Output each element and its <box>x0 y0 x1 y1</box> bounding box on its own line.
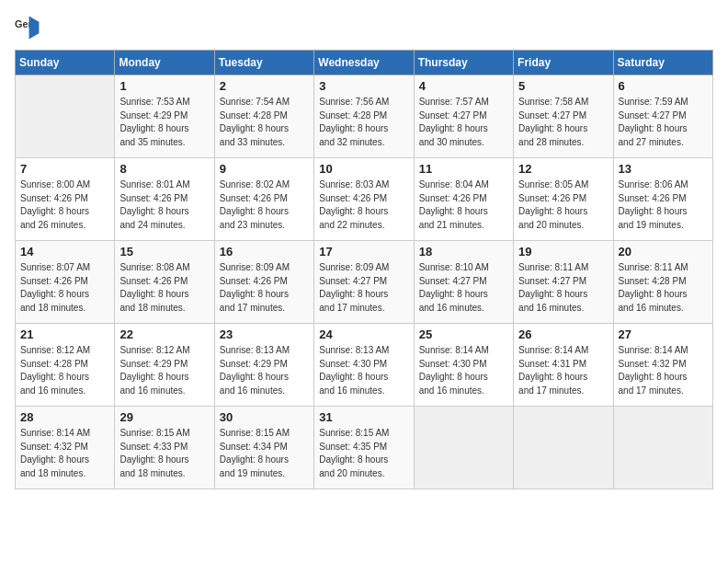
logo: Gen <box>15 15 44 40</box>
calendar-week-5: 28Sunrise: 8:14 AMSunset: 4:32 PMDayligh… <box>16 407 713 489</box>
calendar-cell: 15Sunrise: 8:08 AMSunset: 4:26 PMDayligh… <box>115 241 214 324</box>
day-number: 28 <box>20 410 109 424</box>
day-info: Sunrise: 8:03 AMSunset: 4:26 PMDaylight:… <box>319 178 408 232</box>
day-info: Sunrise: 8:14 AMSunset: 4:32 PMDaylight:… <box>20 427 109 480</box>
calendar-cell: 20Sunrise: 8:11 AMSunset: 4:28 PMDayligh… <box>613 241 712 324</box>
calendar-cell: 9Sunrise: 8:02 AMSunset: 4:26 PMDaylight… <box>214 158 313 241</box>
day-info: Sunrise: 8:08 AMSunset: 4:26 PMDaylight:… <box>119 261 209 315</box>
calendar-cell <box>613 407 712 489</box>
day-number: 16 <box>220 245 309 259</box>
calendar-cell: 13Sunrise: 8:06 AMSunset: 4:26 PMDayligh… <box>613 158 712 241</box>
day-number: 18 <box>419 245 508 259</box>
calendar-cell: 10Sunrise: 8:03 AMSunset: 4:26 PMDayligh… <box>314 158 414 241</box>
calendar-cell: 28Sunrise: 8:14 AMSunset: 4:32 PMDayligh… <box>16 407 115 489</box>
day-number: 8 <box>119 162 209 176</box>
day-number: 25 <box>419 327 508 341</box>
day-info: Sunrise: 8:15 AMSunset: 4:33 PMDaylight:… <box>119 427 209 480</box>
day-info: Sunrise: 8:10 AMSunset: 4:27 PMDaylight:… <box>419 261 508 315</box>
day-info: Sunrise: 8:00 AMSunset: 4:26 PMDaylight:… <box>20 178 109 232</box>
day-info: Sunrise: 8:14 AMSunset: 4:31 PMDaylight:… <box>518 344 608 397</box>
calendar-cell: 31Sunrise: 8:15 AMSunset: 4:35 PMDayligh… <box>314 407 414 489</box>
day-number: 4 <box>419 79 508 93</box>
svg-marker-1 <box>29 17 40 40</box>
day-number: 11 <box>419 162 508 176</box>
calendar-cell: 8Sunrise: 8:01 AMSunset: 4:26 PMDaylight… <box>115 158 214 241</box>
calendar-cell: 22Sunrise: 8:12 AMSunset: 4:29 PMDayligh… <box>115 324 214 407</box>
page-header: Gen <box>15 15 713 40</box>
calendar-cell: 26Sunrise: 8:14 AMSunset: 4:31 PMDayligh… <box>514 324 613 407</box>
day-number: 1 <box>119 79 209 93</box>
day-number: 6 <box>619 79 708 93</box>
calendar-cell: 14Sunrise: 8:07 AMSunset: 4:26 PMDayligh… <box>16 241 115 324</box>
calendar-cell: 4Sunrise: 7:57 AMSunset: 4:27 PMDaylight… <box>414 75 513 158</box>
day-number: 19 <box>518 245 608 259</box>
header-wednesday: Wednesday <box>314 51 414 75</box>
day-number: 26 <box>518 327 608 341</box>
day-number: 20 <box>619 245 708 259</box>
day-number: 3 <box>319 79 408 93</box>
calendar-cell: 1Sunrise: 7:53 AMSunset: 4:29 PMDaylight… <box>115 75 214 158</box>
calendar-cell: 6Sunrise: 7:59 AMSunset: 4:27 PMDaylight… <box>613 75 712 158</box>
day-info: Sunrise: 8:02 AMSunset: 4:26 PMDaylight:… <box>220 178 309 232</box>
calendar-cell: 29Sunrise: 8:15 AMSunset: 4:33 PMDayligh… <box>115 407 214 489</box>
day-number: 29 <box>119 410 209 424</box>
day-info: Sunrise: 8:15 AMSunset: 4:34 PMDaylight:… <box>220 427 309 480</box>
day-info: Sunrise: 8:09 AMSunset: 4:26 PMDaylight:… <box>220 261 309 315</box>
calendar-cell: 17Sunrise: 8:09 AMSunset: 4:27 PMDayligh… <box>314 241 414 324</box>
day-number: 5 <box>518 79 608 93</box>
day-info: Sunrise: 8:12 AMSunset: 4:29 PMDaylight:… <box>119 344 209 397</box>
day-info: Sunrise: 7:56 AMSunset: 4:28 PMDaylight:… <box>319 96 408 149</box>
day-info: Sunrise: 7:53 AMSunset: 4:29 PMDaylight:… <box>119 96 209 149</box>
calendar-cell: 25Sunrise: 8:14 AMSunset: 4:30 PMDayligh… <box>414 324 513 407</box>
calendar-cell: 24Sunrise: 8:13 AMSunset: 4:30 PMDayligh… <box>314 324 414 407</box>
calendar-cell: 2Sunrise: 7:54 AMSunset: 4:28 PMDaylight… <box>214 75 313 158</box>
day-info: Sunrise: 7:58 AMSunset: 4:27 PMDaylight:… <box>518 96 608 149</box>
calendar-cell: 30Sunrise: 8:15 AMSunset: 4:34 PMDayligh… <box>214 407 313 489</box>
calendar-cell: 5Sunrise: 7:58 AMSunset: 4:27 PMDaylight… <box>514 75 613 158</box>
header-monday: Monday <box>115 51 214 75</box>
day-number: 7 <box>20 162 109 176</box>
day-number: 27 <box>619 327 708 341</box>
calendar-week-2: 7Sunrise: 8:00 AMSunset: 4:26 PMDaylight… <box>16 158 713 241</box>
calendar-header-row: SundayMondayTuesdayWednesdayThursdayFrid… <box>16 51 713 75</box>
logo-icon: Gen <box>15 15 40 40</box>
day-info: Sunrise: 7:54 AMSunset: 4:28 PMDaylight:… <box>220 96 309 149</box>
day-info: Sunrise: 8:13 AMSunset: 4:30 PMDaylight:… <box>319 344 408 397</box>
day-number: 2 <box>220 79 309 93</box>
day-info: Sunrise: 7:59 AMSunset: 4:27 PMDaylight:… <box>619 96 708 149</box>
day-info: Sunrise: 8:07 AMSunset: 4:26 PMDaylight:… <box>20 261 109 315</box>
day-info: Sunrise: 8:11 AMSunset: 4:28 PMDaylight:… <box>619 261 708 315</box>
day-info: Sunrise: 8:09 AMSunset: 4:27 PMDaylight:… <box>319 261 408 315</box>
day-info: Sunrise: 8:14 AMSunset: 4:32 PMDaylight:… <box>619 344 708 397</box>
day-number: 9 <box>220 162 309 176</box>
calendar-cell: 7Sunrise: 8:00 AMSunset: 4:26 PMDaylight… <box>16 158 115 241</box>
day-number: 12 <box>518 162 608 176</box>
day-info: Sunrise: 7:57 AMSunset: 4:27 PMDaylight:… <box>419 96 508 149</box>
calendar-cell <box>414 407 513 489</box>
calendar-week-4: 21Sunrise: 8:12 AMSunset: 4:28 PMDayligh… <box>16 324 713 407</box>
day-info: Sunrise: 8:15 AMSunset: 4:35 PMDaylight:… <box>319 427 408 480</box>
day-number: 24 <box>319 327 408 341</box>
day-info: Sunrise: 8:01 AMSunset: 4:26 PMDaylight:… <box>119 178 209 232</box>
calendar-cell: 12Sunrise: 8:05 AMSunset: 4:26 PMDayligh… <box>514 158 613 241</box>
day-info: Sunrise: 8:13 AMSunset: 4:29 PMDaylight:… <box>220 344 309 397</box>
calendar-cell: 23Sunrise: 8:13 AMSunset: 4:29 PMDayligh… <box>214 324 313 407</box>
day-number: 23 <box>220 327 309 341</box>
day-number: 13 <box>619 162 708 176</box>
calendar-table: SundayMondayTuesdayWednesdayThursdayFrid… <box>15 50 713 489</box>
day-number: 21 <box>20 327 109 341</box>
calendar-cell: 19Sunrise: 8:11 AMSunset: 4:27 PMDayligh… <box>514 241 613 324</box>
calendar-week-1: 1Sunrise: 7:53 AMSunset: 4:29 PMDaylight… <box>16 75 713 158</box>
calendar-week-3: 14Sunrise: 8:07 AMSunset: 4:26 PMDayligh… <box>16 241 713 324</box>
day-info: Sunrise: 8:11 AMSunset: 4:27 PMDaylight:… <box>518 261 608 315</box>
calendar-cell <box>514 407 613 489</box>
header-tuesday: Tuesday <box>214 51 313 75</box>
header-sunday: Sunday <box>16 51 115 75</box>
calendar-cell <box>16 75 115 158</box>
day-info: Sunrise: 8:04 AMSunset: 4:26 PMDaylight:… <box>419 178 508 232</box>
day-number: 15 <box>119 245 209 259</box>
calendar-cell: 16Sunrise: 8:09 AMSunset: 4:26 PMDayligh… <box>214 241 313 324</box>
header-thursday: Thursday <box>414 51 513 75</box>
day-number: 31 <box>319 410 408 424</box>
day-number: 14 <box>20 245 109 259</box>
